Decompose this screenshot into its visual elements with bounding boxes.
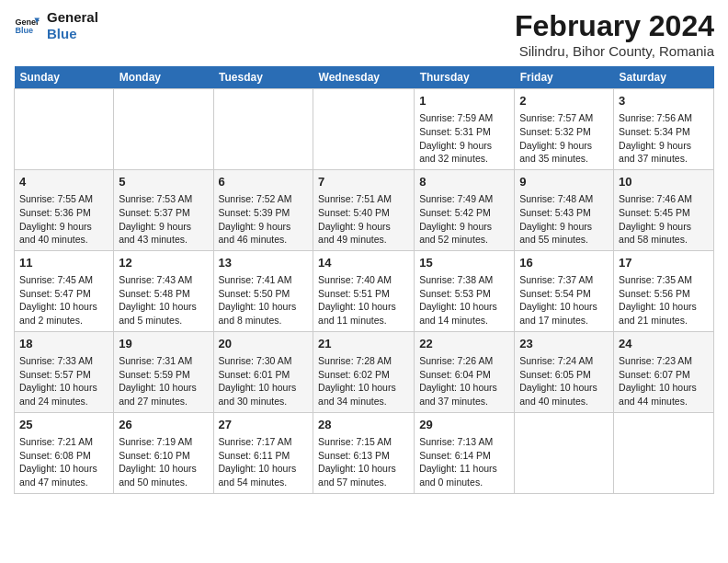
calendar-cell: 25Sunrise: 7:21 AMSunset: 6:08 PMDayligh… xyxy=(15,412,114,493)
header-row: SundayMondayTuesdayWednesdayThursdayFrid… xyxy=(15,66,714,89)
cell-content: Sunrise: 7:38 AMSunset: 5:53 PMDaylight:… xyxy=(419,273,509,327)
calendar-table: SundayMondayTuesdayWednesdayThursdayFrid… xyxy=(14,66,714,494)
day-header-friday: Friday xyxy=(515,66,614,89)
cell-content: Sunrise: 7:48 AMSunset: 5:43 PMDaylight:… xyxy=(519,192,609,247)
day-number: 9 xyxy=(519,174,609,190)
cell-content: Sunrise: 7:26 AMSunset: 6:04 PMDaylight:… xyxy=(419,354,509,408)
calendar-cell xyxy=(614,412,714,493)
day-number: 23 xyxy=(519,336,609,352)
logo-icon: General Blue xyxy=(14,13,40,39)
title-section: February 2024 Silindru, Bihor County, Ro… xyxy=(515,9,714,59)
calendar-cell: 10Sunrise: 7:46 AMSunset: 5:45 PMDayligh… xyxy=(614,169,714,250)
cell-content: Sunrise: 7:23 AMSunset: 6:07 PMDaylight:… xyxy=(619,354,709,408)
cell-content: Sunrise: 7:19 AMSunset: 6:10 PMDaylight:… xyxy=(119,435,208,489)
calendar-cell: 20Sunrise: 7:30 AMSunset: 6:01 PMDayligh… xyxy=(213,331,313,412)
day-number: 5 xyxy=(119,174,208,190)
calendar-cell xyxy=(313,89,415,170)
cell-content: Sunrise: 7:24 AMSunset: 6:05 PMDaylight:… xyxy=(519,354,609,408)
calendar-cell: 21Sunrise: 7:28 AMSunset: 6:02 PMDayligh… xyxy=(313,331,415,412)
logo: General Blue General Blue xyxy=(14,9,98,42)
calendar-cell: 18Sunrise: 7:33 AMSunset: 5:57 PMDayligh… xyxy=(15,331,114,412)
calendar-cell: 8Sunrise: 7:49 AMSunset: 5:42 PMDaylight… xyxy=(415,169,515,250)
day-number: 22 xyxy=(419,336,509,352)
calendar-cell: 24Sunrise: 7:23 AMSunset: 6:07 PMDayligh… xyxy=(614,331,714,412)
calendar-cell xyxy=(114,89,213,170)
cell-content: Sunrise: 7:55 AMSunset: 5:36 PMDaylight:… xyxy=(19,192,108,247)
svg-text:Blue: Blue xyxy=(15,26,33,35)
calendar-body: 1Sunrise: 7:59 AMSunset: 5:31 PMDaylight… xyxy=(15,89,714,494)
subtitle: Silindru, Bihor County, Romania xyxy=(515,43,714,59)
day-number: 4 xyxy=(19,174,108,190)
cell-content: Sunrise: 7:40 AMSunset: 5:51 PMDaylight:… xyxy=(318,273,409,327)
calendar-cell: 2Sunrise: 7:57 AMSunset: 5:32 PMDaylight… xyxy=(515,89,614,170)
week-row-5: 25Sunrise: 7:21 AMSunset: 6:08 PMDayligh… xyxy=(15,412,714,493)
calendar-cell: 29Sunrise: 7:13 AMSunset: 6:14 PMDayligh… xyxy=(415,412,515,493)
cell-content: Sunrise: 7:33 AMSunset: 5:57 PMDaylight:… xyxy=(19,354,108,408)
day-number: 6 xyxy=(219,174,309,190)
calendar-cell xyxy=(15,89,114,170)
calendar-cell: 26Sunrise: 7:19 AMSunset: 6:10 PMDayligh… xyxy=(114,412,213,493)
cell-content: Sunrise: 7:13 AMSunset: 6:14 PMDaylight:… xyxy=(419,435,509,489)
calendar-cell: 1Sunrise: 7:59 AMSunset: 5:31 PMDaylight… xyxy=(415,89,515,170)
day-number: 19 xyxy=(119,336,208,352)
day-number: 20 xyxy=(219,336,309,352)
day-number: 24 xyxy=(619,336,709,352)
header: General Blue General Blue February 2024 … xyxy=(14,9,714,59)
day-number: 11 xyxy=(19,255,108,271)
day-number: 14 xyxy=(318,255,409,271)
logo-line1: General xyxy=(47,9,98,26)
calendar-cell: 17Sunrise: 7:35 AMSunset: 5:56 PMDayligh… xyxy=(614,250,714,331)
cell-content: Sunrise: 7:31 AMSunset: 5:59 PMDaylight:… xyxy=(119,354,208,408)
day-number: 13 xyxy=(219,255,309,271)
cell-content: Sunrise: 7:57 AMSunset: 5:32 PMDaylight:… xyxy=(519,111,609,166)
cell-content: Sunrise: 7:51 AMSunset: 5:40 PMDaylight:… xyxy=(318,192,409,247)
calendar-cell xyxy=(213,89,313,170)
day-number: 26 xyxy=(119,417,208,433)
day-header-tuesday: Tuesday xyxy=(213,66,313,89)
day-number: 7 xyxy=(318,174,409,190)
day-number: 2 xyxy=(519,93,609,109)
calendar-cell: 9Sunrise: 7:48 AMSunset: 5:43 PMDaylight… xyxy=(515,169,614,250)
week-row-2: 4Sunrise: 7:55 AMSunset: 5:36 PMDaylight… xyxy=(15,169,714,250)
calendar-cell: 14Sunrise: 7:40 AMSunset: 5:51 PMDayligh… xyxy=(313,250,415,331)
cell-content: Sunrise: 7:59 AMSunset: 5:31 PMDaylight:… xyxy=(419,111,509,166)
day-number: 16 xyxy=(519,255,609,271)
calendar-cell: 13Sunrise: 7:41 AMSunset: 5:50 PMDayligh… xyxy=(213,250,313,331)
day-number: 27 xyxy=(219,417,309,433)
day-number: 1 xyxy=(419,93,509,109)
calendar-cell: 6Sunrise: 7:52 AMSunset: 5:39 PMDaylight… xyxy=(213,169,313,250)
day-number: 15 xyxy=(419,255,509,271)
cell-content: Sunrise: 7:28 AMSunset: 6:02 PMDaylight:… xyxy=(318,354,409,408)
cell-content: Sunrise: 7:56 AMSunset: 5:34 PMDaylight:… xyxy=(619,111,709,166)
day-number: 10 xyxy=(619,174,709,190)
calendar-cell: 7Sunrise: 7:51 AMSunset: 5:40 PMDaylight… xyxy=(313,169,415,250)
day-header-wednesday: Wednesday xyxy=(313,66,415,89)
calendar-cell: 5Sunrise: 7:53 AMSunset: 5:37 PMDaylight… xyxy=(114,169,213,250)
calendar-header: SundayMondayTuesdayWednesdayThursdayFrid… xyxy=(15,66,714,89)
cell-content: Sunrise: 7:52 AMSunset: 5:39 PMDaylight:… xyxy=(219,192,309,247)
day-header-sunday: Sunday xyxy=(15,66,114,89)
day-header-saturday: Saturday xyxy=(614,66,714,89)
week-row-3: 11Sunrise: 7:45 AMSunset: 5:47 PMDayligh… xyxy=(15,250,714,331)
day-number: 25 xyxy=(19,417,108,433)
day-number: 3 xyxy=(619,93,709,109)
cell-content: Sunrise: 7:17 AMSunset: 6:11 PMDaylight:… xyxy=(219,435,309,489)
calendar-cell: 11Sunrise: 7:45 AMSunset: 5:47 PMDayligh… xyxy=(15,250,114,331)
main-title: February 2024 xyxy=(515,9,714,43)
day-number: 28 xyxy=(318,417,409,433)
cell-content: Sunrise: 7:41 AMSunset: 5:50 PMDaylight:… xyxy=(219,273,309,327)
calendar-cell: 4Sunrise: 7:55 AMSunset: 5:36 PMDaylight… xyxy=(15,169,114,250)
cell-content: Sunrise: 7:21 AMSunset: 6:08 PMDaylight:… xyxy=(19,435,108,489)
cell-content: Sunrise: 7:45 AMSunset: 5:47 PMDaylight:… xyxy=(19,273,108,327)
logo-line2: Blue xyxy=(47,26,98,42)
week-row-1: 1Sunrise: 7:59 AMSunset: 5:31 PMDaylight… xyxy=(15,89,714,170)
day-number: 17 xyxy=(619,255,709,271)
day-header-thursday: Thursday xyxy=(415,66,515,89)
calendar-cell: 28Sunrise: 7:15 AMSunset: 6:13 PMDayligh… xyxy=(313,412,415,493)
calendar-cell: 15Sunrise: 7:38 AMSunset: 5:53 PMDayligh… xyxy=(415,250,515,331)
calendar-cell: 3Sunrise: 7:56 AMSunset: 5:34 PMDaylight… xyxy=(614,89,714,170)
day-number: 18 xyxy=(19,336,108,352)
week-row-4: 18Sunrise: 7:33 AMSunset: 5:57 PMDayligh… xyxy=(15,331,714,412)
calendar-cell: 16Sunrise: 7:37 AMSunset: 5:54 PMDayligh… xyxy=(515,250,614,331)
cell-content: Sunrise: 7:43 AMSunset: 5:48 PMDaylight:… xyxy=(119,273,208,327)
